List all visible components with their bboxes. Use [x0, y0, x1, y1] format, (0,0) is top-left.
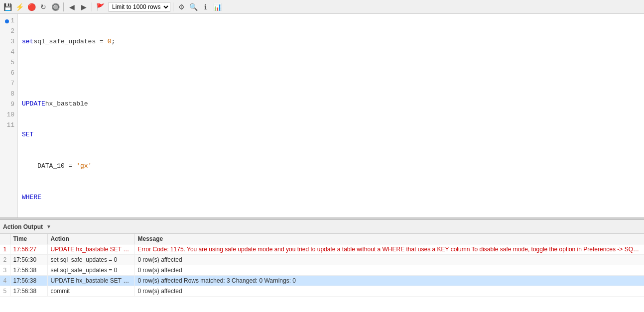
cell-time: 17:56:38	[10, 265, 47, 276]
line-num-3: 3	[0, 37, 17, 47]
extra-btn-2[interactable]: 🔍	[188, 1, 199, 12]
cell-num: 2	[0, 255, 10, 265]
limit-select[interactable]: Limit to 1000 rows Don't Limit Limit to …	[109, 2, 170, 12]
line-num-9: 9	[0, 100, 17, 110]
line-num-7: 7	[0, 79, 17, 89]
cell-message: 0 row(s) affected	[134, 286, 644, 297]
line-num-1: 1	[0, 16, 17, 26]
editor-area: 1 2 3 4 5 6 7 8 9 10 11 set sql_safe_upd…	[0, 14, 644, 217]
code-line-5: DATA_10 = 'gx'	[22, 161, 640, 172]
bottom-panel: Action Output ▼ Time Action Message 117:…	[0, 220, 644, 312]
code-line-6: WHERE	[22, 193, 640, 203]
cell-time: 17:56:27	[10, 244, 47, 255]
cell-num: 3	[0, 265, 10, 276]
toolbar: 💾 ⚡ 🔴 ↻ 🔘 ◀ ▶ 🚩 Limit to 1000 rows Don't…	[0, 0, 644, 14]
col-header-message: Message	[134, 234, 644, 244]
execute-button[interactable]: ⚡	[14, 1, 25, 12]
col-header-time: Time	[10, 234, 47, 244]
save-button[interactable]: 💾	[2, 1, 13, 12]
cell-action: commit	[47, 286, 134, 297]
code-editor[interactable]: 1 2 3 4 5 6 7 8 9 10 11 set sql_safe_upd…	[0, 14, 644, 217]
toggle-button[interactable]: 🔘	[50, 1, 61, 12]
panel-toolbar: Action Output ▼	[0, 220, 644, 234]
forward-button[interactable]: ▶	[78, 1, 89, 12]
stop-button[interactable]: 🔴	[26, 1, 37, 12]
table-row[interactable]: 417:56:38UPDATE hx_bastable SET D...0 ro…	[0, 276, 644, 286]
panel-dropdown-button[interactable]: ▼	[45, 223, 53, 231]
line-num-11: 11	[0, 120, 17, 131]
table-row[interactable]: 317:56:38set sql_safe_updates = 00 row(s…	[0, 265, 644, 276]
output-table-body: 117:56:27UPDATE hx_bastable SET D...Erro…	[0, 244, 644, 297]
cell-time: 17:56:30	[10, 255, 47, 265]
line-num-5: 5	[0, 58, 17, 68]
action-output-table: Time Action Message 117:56:27UPDATE hx_b…	[0, 234, 644, 297]
col-header-action: Action	[47, 234, 134, 244]
cell-num: 4	[0, 276, 10, 286]
cell-message: Error Code: 1175. You are using safe upd…	[134, 244, 644, 255]
line-num-2: 2	[0, 26, 17, 37]
line-num-6: 6	[0, 68, 17, 79]
output-table[interactable]: Time Action Message 117:56:27UPDATE hx_b…	[0, 234, 644, 312]
cell-time: 17:56:38	[10, 286, 47, 297]
line-numbers: 1 2 3 4 5 6 7 8 9 10 11	[0, 14, 18, 217]
flag-button[interactable]: 🚩	[95, 1, 106, 12]
refresh-button[interactable]: ↻	[38, 1, 49, 12]
line-num-8: 8	[0, 89, 17, 100]
cell-num: 5	[0, 286, 10, 297]
cell-action: UPDATE hx_bastable SET D...	[47, 244, 134, 255]
extra-btn-3[interactable]: ℹ	[200, 1, 211, 12]
table-row[interactable]: 517:56:38commit0 row(s) affected	[0, 286, 644, 297]
code-line-4: SET	[22, 130, 640, 140]
cell-action: UPDATE hx_bastable SET D...	[47, 276, 134, 286]
extra-btn-4[interactable]: 📊	[212, 1, 223, 12]
line-num-4: 4	[0, 47, 17, 58]
cell-message: 0 row(s) affected Rows matched: 3 Change…	[134, 276, 644, 286]
cell-message: 0 row(s) affected	[134, 255, 644, 265]
cell-num: 1	[0, 244, 10, 255]
panel-title: Action Output	[3, 223, 43, 230]
cell-time: 17:56:38	[10, 276, 47, 286]
cell-message: 0 row(s) affected	[134, 265, 644, 276]
table-row[interactable]: 117:56:27UPDATE hx_bastable SET D...Erro…	[0, 244, 644, 255]
code-line-1: set sql_safe_updates = 0;	[22, 37, 640, 47]
cell-action: set sql_safe_updates = 0	[47, 255, 134, 265]
separator-2	[92, 2, 92, 11]
extra-btn-1[interactable]: ⚙	[176, 1, 187, 12]
separator-1	[63, 2, 64, 11]
table-header-row: Time Action Message	[0, 234, 644, 244]
code-line-3: UPDATE hx_bastable	[22, 99, 640, 109]
code-content[interactable]: set sql_safe_updates = 0; UPDATE hx_bast…	[18, 14, 644, 217]
cell-action: set sql_safe_updates = 0	[47, 265, 134, 276]
col-header-num	[0, 234, 10, 244]
back-button[interactable]: ◀	[66, 1, 77, 12]
separator-3	[173, 2, 173, 11]
code-line-2	[22, 68, 640, 78]
limit-selector: Limit to 1000 rows Don't Limit Limit to …	[109, 2, 170, 12]
table-row[interactable]: 217:56:30set sql_safe_updates = 00 row(s…	[0, 255, 644, 265]
line-num-10: 10	[0, 110, 17, 120]
